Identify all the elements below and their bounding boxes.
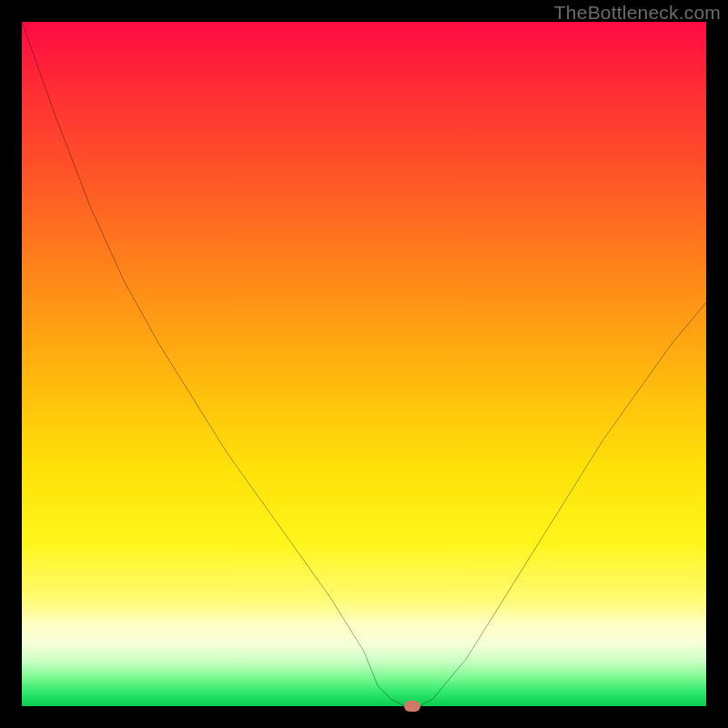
bottleneck-curve-svg	[22, 22, 706, 706]
optimal-point-marker	[404, 701, 420, 712]
bottleneck-curve-path	[22, 22, 706, 706]
chart-frame: TheBottleneck.com	[0, 0, 728, 728]
plot-area	[22, 22, 706, 706]
watermark-label: TheBottleneck.com	[554, 2, 721, 24]
